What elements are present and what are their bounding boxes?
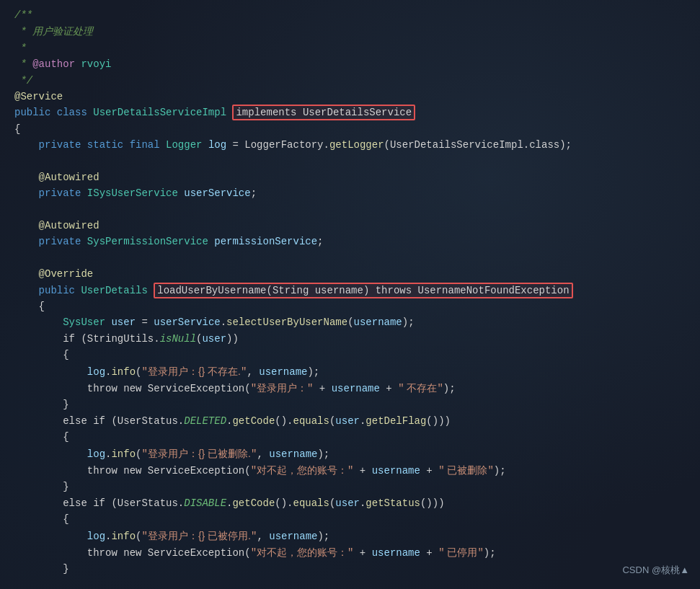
code-viewer: /** * 用户验证处理 * * @author rvoyi */@Servic… [0,0,700,589]
code-line: else if (UserStatus.DELETED.getCode().eq… [14,413,686,429]
highlighted-token: loadUserByUsername(String username) thro… [154,283,572,298]
code-line [14,202,686,218]
code-line: @Autowired [14,169,686,185]
code-line: } [14,479,686,495]
code-line: private static final Logger log = Logger… [14,137,686,153]
code-line: } [14,561,686,577]
code-line [14,577,686,589]
code-line: * [14,40,686,56]
code-line [14,250,686,266]
code-line: } [14,397,686,412]
code-line: * 用户验证处理 [14,23,686,40]
code-line: { [14,121,686,137]
code-line: SysUser user = userService.selectUserByU… [14,314,686,330]
code-line: throw new ServiceException("对不起，您的账号：" +… [14,544,686,561]
code-line: private ISysUserService userService; [14,185,686,201]
code-line: private SysPermissionService permissionS… [14,234,686,249]
code-line: { [14,429,686,445]
code-line: log.info("登录用户：{} 不存在.", username); [14,363,686,380]
code-line: public UserDetails loadUserByUsername(St… [14,283,686,298]
watermark: CSDN @核桃▲ [622,563,689,578]
code-line: if (StringUtils.isNull(user)) [14,331,686,347]
code-line: * @author rvoyi [14,56,686,72]
code-line: else if (UserStatus.DISABLE.getCode().eq… [14,495,686,511]
code-line: throw new ServiceException("登录用户：" + use… [14,380,686,397]
code-line: public class UserDetailsServiceImpl impl… [14,105,686,120]
code-line: log.info("登录用户：{} 已被删除.", username); [14,446,686,462]
highlighted-token: implements UserDetailsService [232,105,415,120]
code-line: throw new ServiceException("对不起，您的账号：" +… [14,462,686,479]
code-line: @Autowired [14,218,686,234]
code-line: */ [14,73,686,89]
code-line: { [14,347,686,363]
code-line: @Service [14,89,686,105]
code-line [14,154,686,169]
code-line: /** [14,7,686,23]
code-line: log.info("登录用户：{} 已被停用.", username); [14,528,686,544]
code-line: { [14,511,686,527]
code-line: { [14,298,686,314]
code-line: @Override [14,266,686,282]
